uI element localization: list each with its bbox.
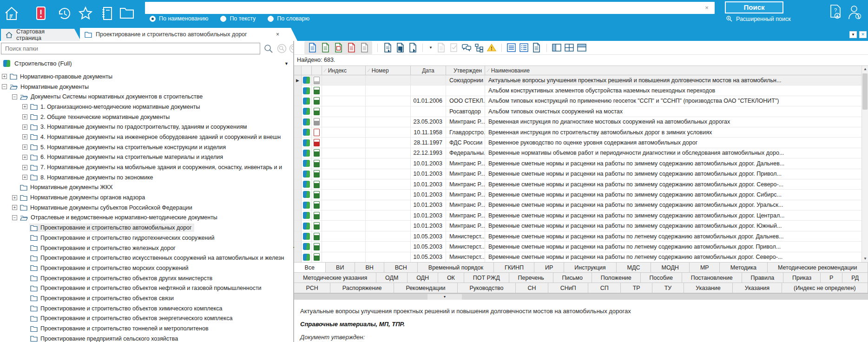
- filter-tab[interactable]: Постановление: [682, 273, 742, 283]
- list-view-icon[interactable]: [507, 43, 516, 53]
- filter-tab[interactable]: РД: [842, 273, 868, 283]
- print-doc-icon-disabled[interactable]: [437, 43, 446, 53]
- filter-tab[interactable]: Письмо: [553, 273, 592, 283]
- tree-item[interactable]: +Нормативные документы субъектов Российс…: [0, 203, 293, 213]
- expand-icon[interactable]: +: [22, 104, 27, 109]
- close-all-tabs-button[interactable]: ✕: [859, 31, 867, 38]
- tree-item[interactable]: −Документы Системы нормативных документо…: [0, 92, 293, 102]
- table-row[interactable]: 10.01.2003 Минтранс Р... Временные сметн…: [294, 221, 861, 231]
- expand-icon[interactable]: +: [22, 155, 27, 160]
- approve-doc-icon-disabled[interactable]: [449, 43, 459, 53]
- alert-document-icon[interactable]: [34, 6, 48, 21]
- grid-split-icon[interactable]: [565, 43, 574, 53]
- column-header-4[interactable]: Утвержден: [446, 66, 485, 75]
- filter-tab[interactable]: ПОТ РЖД: [464, 273, 509, 283]
- table-row[interactable]: ▶ Союздорнии Актуальные вопросы улучшени…: [294, 75, 861, 86]
- scroll-down-icon[interactable]: ▼: [862, 256, 868, 262]
- open-doc-icon[interactable]: [408, 43, 417, 53]
- filter-tab[interactable]: Распоряжение: [330, 283, 394, 293]
- filter-tab[interactable]: ОДН: [408, 273, 438, 283]
- favorites-star-icon[interactable]: [78, 6, 92, 21]
- tab-list-dropdown-button[interactable]: ▼: [849, 31, 857, 38]
- collapse-icon[interactable]: −: [12, 94, 17, 99]
- filter-tab[interactable]: ВСН: [384, 263, 418, 272]
- column-header-2[interactable]: ∕Номер: [366, 66, 411, 75]
- history-icon[interactable]: [57, 6, 71, 21]
- table-row[interactable]: 10.01.2003 Минтранс Р... Временные сметн…: [294, 200, 861, 210]
- filter-tab[interactable]: Правила: [742, 273, 784, 283]
- table-row[interactable]: 10.01.2003 Минтранс Р... Временные сметн…: [294, 179, 861, 190]
- document-question-download-icon[interactable]: ?: [829, 4, 842, 21]
- doc-red-icon[interactable]: [347, 43, 356, 53]
- copy-doc-icon[interactable]: [383, 43, 392, 53]
- scrollbar-thumb[interactable]: [862, 73, 868, 110]
- filter-tab[interactable]: Рекомендации: [394, 283, 458, 293]
- tree-item[interactable]: −Отраслевые и ведомственные нормативно-м…: [0, 213, 293, 223]
- tree-item[interactable]: +1. Организационно-методические норматив…: [0, 102, 293, 112]
- folder-search-input[interactable]: [1, 43, 260, 54]
- tree-item[interactable]: Проектирование и строительство автомобил…: [0, 223, 293, 233]
- expand-icon[interactable]: +: [2, 74, 7, 79]
- search-mode-radio-2[interactable]: По словарю: [268, 15, 309, 22]
- tree-item[interactable]: +5. Нормативные документы на строительны…: [0, 142, 293, 152]
- tree-root-database[interactable]: Строительство (Full) ▼: [0, 58, 293, 69]
- splitter-collapse-handle[interactable]: ▼: [427, 294, 462, 300]
- table-row[interactable]: 10.05.2003 Министерст... Временные сметн…: [294, 231, 861, 242]
- scroll-up-icon[interactable]: ▲: [862, 66, 868, 72]
- tree-item[interactable]: +4. Нормативные документы на инженерное …: [0, 132, 293, 142]
- search-mode-radio-1[interactable]: По тексту: [220, 15, 256, 22]
- tree-item[interactable]: Проектирование и строительство морских с…: [0, 263, 293, 273]
- tree-item[interactable]: +3. Нормативные документы по градостроит…: [0, 122, 293, 132]
- filter-tab[interactable]: (Индекс не определен): [782, 283, 868, 293]
- expand-icon[interactable]: +: [22, 175, 27, 180]
- global-search-input[interactable]: [145, 2, 715, 14]
- folder-search-icon[interactable]: [263, 44, 274, 54]
- tree-item[interactable]: Проектирование и строительство объектов …: [0, 303, 293, 314]
- filter-tab[interactable]: СНиП: [548, 283, 588, 293]
- tree-item[interactable]: +8. Нормативные документы по экономике: [0, 172, 293, 183]
- tree-item[interactable]: Проектирование предприятий сельского хоз…: [0, 334, 293, 342]
- expand-icon[interactable]: +: [12, 205, 17, 210]
- grid-split-left-icon[interactable]: [552, 43, 561, 53]
- tree-item[interactable]: Проектирование и строительство железных …: [0, 243, 293, 253]
- filter-tab[interactable]: ОК: [438, 273, 464, 283]
- grid-split-top-icon[interactable]: [577, 43, 586, 53]
- tree-item[interactable]: Проектирование и строительство объектов …: [0, 283, 293, 293]
- tree-item[interactable]: Проектирование и строительство тоннелей …: [0, 323, 293, 334]
- expand-icon[interactable]: +: [22, 165, 27, 170]
- doc-gray-icon[interactable]: [360, 43, 369, 53]
- tree-item[interactable]: Проектирование и строительство искусстве…: [0, 253, 293, 263]
- tree-item[interactable]: Проектирование и строительство объектов …: [0, 293, 293, 303]
- table-row[interactable]: 10.11.1958 Главдорстро... Временная инст…: [294, 127, 861, 138]
- tree-item[interactable]: +7. Нормативные документы на мобильные з…: [0, 162, 293, 172]
- filter-tab[interactable]: МДС: [617, 263, 651, 272]
- filter-tab[interactable]: Методические указания: [294, 273, 376, 283]
- tree-item[interactable]: Проектирование и строительство гидротехн…: [0, 233, 293, 243]
- filter-tab[interactable]: Методические рекомендации: [768, 263, 868, 272]
- icon-column-header[interactable]: [302, 66, 312, 75]
- paste-doc-icon[interactable]: [395, 43, 405, 53]
- column-header-1[interactable]: ∕Индекс: [322, 66, 366, 75]
- filter-tab[interactable]: Указания: [733, 283, 782, 293]
- filter-tab[interactable]: МОДН: [651, 263, 690, 272]
- filter-tab[interactable]: СН: [516, 283, 548, 293]
- filter-tab[interactable]: Положение: [592, 273, 641, 283]
- folder-icon[interactable]: [119, 6, 133, 21]
- filter-tab[interactable]: Пособие: [641, 273, 682, 283]
- filter-tab[interactable]: Временный порядок: [418, 263, 494, 272]
- filter-tab[interactable]: ВИ: [326, 263, 355, 272]
- table-row[interactable]: 10.01.2003 Минтранс Р... Временные сметн…: [294, 158, 861, 169]
- table-row[interactable]: 28.11.1997 ФДС России Временное руководс…: [294, 138, 861, 148]
- column-header-3[interactable]: Дата: [411, 66, 446, 75]
- filter-tab[interactable]: СП: [588, 283, 621, 293]
- filter-tab[interactable]: Р: [821, 273, 842, 283]
- search-prev-icon-disabled[interactable]: [289, 44, 294, 54]
- collapse-icon[interactable]: −: [2, 84, 7, 89]
- filter-tab[interactable]: Руководство: [458, 283, 516, 293]
- doc-icon-column-header[interactable]: [312, 66, 322, 75]
- tree-item[interactable]: Нормативные документы ЖКХ: [0, 183, 293, 193]
- tab-start-page[interactable]: Стартовая страница: [1, 29, 81, 41]
- tree-item[interactable]: Проектирование и строительство объектов …: [0, 314, 293, 324]
- filter-tab[interactable]: Указание: [684, 283, 733, 293]
- horizontal-splitter[interactable]: ▼: [294, 293, 868, 300]
